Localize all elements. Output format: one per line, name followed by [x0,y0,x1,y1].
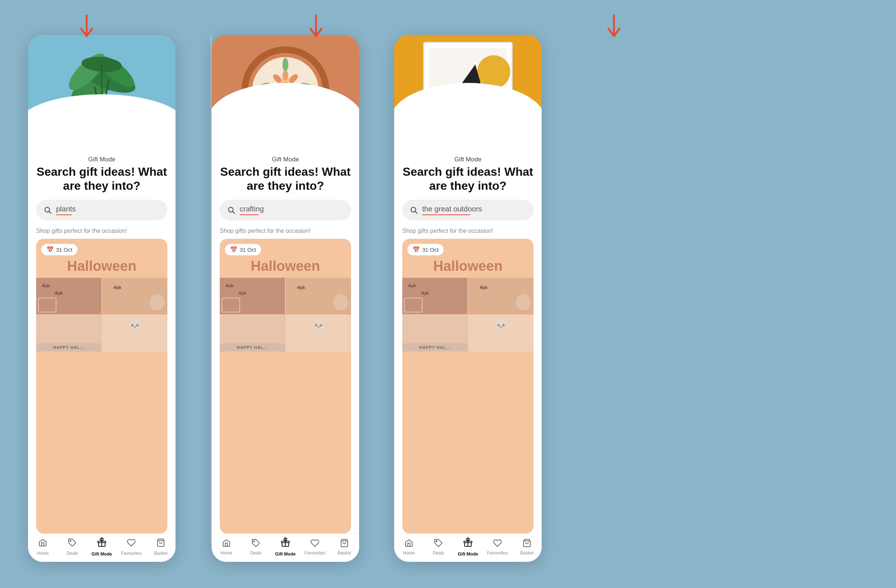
search-bar-crafting[interactable]: crafting [220,200,351,220]
search-icon-2 [227,206,235,214]
nav-basket-3[interactable]: Basket [516,539,538,556]
halloween-images-3: 🦇 🦇 🦇 HAPPY HAL... 💀 [402,278,533,351]
nav-favourites-2[interactable]: Favourites [304,539,326,556]
bat-deco-4: 🦇 [225,281,233,290]
search-text-outdoors: the great outdoors [422,205,482,213]
nav-deals-1[interactable]: Deals [61,538,83,556]
search-title-2: Search gift ideas! What are they into? [220,165,351,193]
nav-favourites-3[interactable]: Favourites [486,539,509,556]
phone-plants: Gift Mode Search gift ideas! What are th… [28,35,175,562]
search-input-3: the great outdoors [422,205,482,215]
svg-point-26 [269,84,279,90]
date-text-1: 31 Oct [56,246,72,253]
phone-content-plants: Gift Mode Search gift ideas! What are th… [28,153,175,533]
hal-img-3a: 🦇 🦇 [402,278,468,314]
nav-giftmode-1[interactable]: Gift Mode [91,538,113,557]
nav-label-basket-2: Basket [338,550,351,556]
hal-img-1b: 🦇 [102,278,168,314]
search-text-plants: plants [56,205,76,213]
nav-label-deals-1: Deals [67,551,78,556]
calendar-icon-1: 📅 [46,246,54,253]
arrow-indicator-2 [307,15,325,44]
bat-deco: 🦇 [42,281,50,290]
hal-img-1d: 💀 [102,315,168,351]
bottom-nav-3: Home Deals [394,533,542,562]
search-title-1: Search gift ideas! What are they into? [36,165,168,193]
svg-point-24 [282,70,288,81]
phone-outdoors: Gift Mode Search gift ideas! What are th… [394,35,542,562]
home-icon-3 [404,539,413,549]
date-badge-2: 📅 31 Oct [225,244,261,255]
nav-basket-1[interactable]: Basket [150,538,172,556]
hal-img-2a: 🦇 🦇 [220,278,285,314]
nav-deals-2[interactable]: Deals [245,539,267,556]
basket-icon-2 [340,539,349,549]
nav-basket-2[interactable]: Basket [333,539,355,556]
gift-mode-label-1: Gift Mode [36,156,168,163]
search-underline-3 [422,214,470,215]
search-icon-3 [410,206,418,214]
basket-icon-1 [156,538,165,549]
halloween-title-2: Halloween [220,255,351,278]
nav-giftmode-3[interactable]: Gift Mode [457,538,479,557]
search-input-1: plants [56,205,76,215]
hal-img-2c: HAPPY HAL... [220,315,285,351]
search-bar-outdoors[interactable]: the great outdoors [402,200,533,220]
svg-point-34 [282,58,288,71]
hero-image-crafting [212,35,359,153]
nav-giftmode-2[interactable]: Gift Mode [274,538,296,557]
occasion-label-2: Shop gifts perfect for the occasion! [220,228,351,234]
phone-content-outdoors: Gift Mode Search gift ideas! What are th… [394,153,542,533]
search-input-2: crafting [240,205,264,215]
search-bar-plants[interactable]: plants [36,200,168,220]
arrow-indicator-1 [78,15,96,44]
favourites-icon-1 [127,538,136,549]
gift-mode-label-3: Gift Mode [402,156,533,163]
svg-point-37 [254,541,255,542]
nav-favourites-1[interactable]: Favourites [120,538,142,556]
date-text-3: 31 Oct [422,246,439,253]
nav-label-home-3: Home [403,550,415,556]
date-badge-3: 📅 31 Oct [407,244,443,255]
hal-img-2d: 💀 [286,315,351,351]
halloween-card-2: 📅 31 Oct Halloween 🦇 🦇 🦇 HAPPY [220,239,351,533]
phone-hero-outdoors [394,35,542,153]
phone-hero-crafting [212,35,359,153]
hal-img-3c: HAPPY HAL... [402,315,468,351]
bat-deco-7: 🦇 [408,281,416,290]
bat-deco-6: 🦇 [297,283,305,292]
nav-label-basket-1: Basket [154,551,168,556]
bat-deco-2: 🦇 [55,289,63,297]
halloween-images-2: 🦇 🦇 🦇 HAPPY HAL... 💀 [220,278,351,351]
nav-label-deals-2: Deals [250,550,262,556]
giftmode-icon-3 [463,538,473,550]
occasion-label-1: Shop gifts perfect for the occasion! [36,228,168,234]
nav-deals-3[interactable]: Deals [427,539,450,556]
search-underline-1 [56,214,72,215]
date-badge-1: 📅 31 Oct [41,244,78,255]
giftmode-icon-2 [280,538,291,550]
phone-hero-plants [28,35,175,153]
occasion-label-3: Shop gifts perfect for the occasion! [402,228,533,234]
nav-label-giftmode-3: Gift Mode [457,552,478,557]
nav-home-3[interactable]: Home [398,539,420,556]
halloween-card-3: 📅 31 Oct Halloween 🦇 🦇 🦇 HAPPY [402,239,533,533]
nav-label-deals-3: Deals [433,550,444,556]
svg-point-23 [281,82,290,91]
bat-deco-9: 🦇 [479,283,488,292]
halloween-card-1: 📅 31 Oct Halloween 🦇 🦇 🦇 [36,239,168,533]
nav-label-basket-3: Basket [520,550,534,556]
deals-icon-2 [251,539,260,549]
halloween-title-3: Halloween [402,255,533,278]
bottom-nav-2: Home Deals [212,533,359,562]
phone-content-crafting: Gift Mode Search gift ideas! What are th… [212,153,359,533]
calendar-icon-3: 📅 [413,246,420,253]
nav-home-2[interactable]: Home [215,539,238,556]
hero-image-plants [28,35,175,153]
nav-label-giftmode-1: Gift Mode [91,552,112,557]
nav-label-home-1: Home [37,551,49,556]
hal-img-1c: HAPPY HAL... [36,315,101,351]
nav-home-1[interactable]: Home [32,538,54,556]
svg-line-36 [233,211,235,213]
basket-icon-3 [523,539,531,549]
